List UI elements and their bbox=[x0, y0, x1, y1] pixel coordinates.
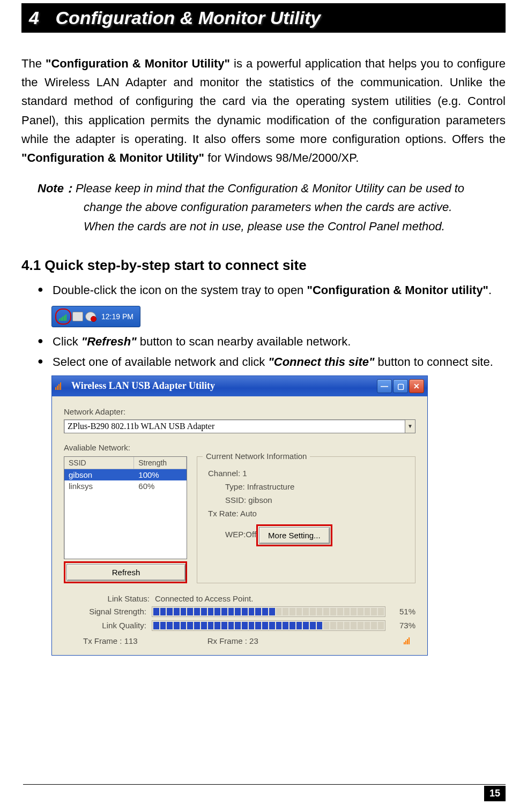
titlebar[interactable]: Wireless LAN USB Adapter Utility ― ▢ ✕ bbox=[52, 376, 427, 396]
link-quality-label: Link Quality: bbox=[64, 621, 152, 630]
bullet3-tail: button to connect site. bbox=[374, 355, 493, 369]
link-status-label: Link Status: bbox=[64, 594, 155, 603]
ssid-label: SSID: bbox=[225, 495, 248, 505]
available-network-label: Avaliable Network: bbox=[64, 443, 415, 452]
system-tray: 12:19 PM bbox=[51, 306, 140, 327]
bullet2-tail: button to scan nearby available network. bbox=[137, 335, 351, 348]
page-footer: 15 bbox=[484, 784, 506, 801]
shield-icon[interactable] bbox=[72, 312, 83, 321]
bullet-1: Double-click the icon on the system tray… bbox=[38, 281, 506, 299]
chapter-title: Configuration & Monitor Utility bbox=[41, 7, 321, 28]
utility-tray-icon[interactable] bbox=[55, 309, 71, 325]
section-4-1-heading: 4.1 Quick step-by-step start to connect … bbox=[21, 257, 506, 274]
network-adapter-value: ZPlus-B290 802.11b WLAN USB Adapter bbox=[64, 422, 405, 431]
signal-strength-bar bbox=[152, 606, 385, 617]
type-value: Infrastructure bbox=[247, 482, 294, 491]
bullet1-text: Double-click the icon on the system tray… bbox=[53, 283, 307, 297]
wep-value: Off bbox=[246, 530, 256, 539]
chapter-header: 4 Configuration & Monitor Utility bbox=[21, 3, 506, 33]
rx-frame-value: 23 bbox=[249, 636, 258, 645]
intro-post: for Windows 98/Me/2000/XP. bbox=[204, 151, 359, 164]
more-setting-highlight: More Setting... bbox=[256, 524, 332, 546]
bullet2-bold: "Refresh" bbox=[81, 335, 137, 348]
chapter-number: 4 bbox=[29, 7, 39, 28]
utility-window: Wireless LAN USB Adapter Utility ― ▢ ✕ N… bbox=[51, 375, 428, 656]
ssid-value: gibson bbox=[248, 495, 272, 505]
channel-label: Channel: bbox=[208, 469, 242, 478]
wep-label: WEP: bbox=[225, 530, 246, 539]
network-strength: 100% bbox=[134, 469, 187, 480]
intro-pre: The bbox=[21, 57, 46, 70]
network-row[interactable]: gibson100% bbox=[64, 469, 187, 480]
network-error-icon[interactable] bbox=[85, 312, 96, 321]
network-ssid: gibson bbox=[64, 469, 134, 480]
intro-bold2: "Configuration & Monitor Utility" bbox=[21, 151, 204, 164]
signal-strength-label: Signal Strength: bbox=[64, 607, 152, 616]
maximize-button[interactable]: ▢ bbox=[393, 379, 408, 393]
note-block: Note：Please keep in mind that the Config… bbox=[38, 179, 506, 236]
intro-paragraph: The "Configuration & Monitor Utility" is… bbox=[21, 54, 506, 167]
bullet3-text: Select one of available network and clic… bbox=[53, 355, 268, 369]
link-quality-pct: 73% bbox=[385, 621, 415, 630]
window-client-area: Network Adapter: ZPlus-B290 802.11b WLAN… bbox=[52, 396, 427, 655]
network-strength: 60% bbox=[134, 480, 187, 492]
bullet3-bold: "Connect this site" bbox=[268, 355, 374, 369]
txrate-label: Tx Rate: bbox=[208, 509, 240, 518]
page-number: 15 bbox=[484, 786, 506, 801]
network-ssid: linksys bbox=[64, 480, 134, 492]
refresh-button[interactable]: Refresh bbox=[66, 564, 185, 581]
tray-clock: 12:19 PM bbox=[101, 312, 133, 321]
signal-strength-pct: 51% bbox=[385, 607, 415, 616]
signal-icon bbox=[404, 637, 412, 644]
col-ssid-header[interactable]: SSID bbox=[64, 457, 134, 469]
txrate-value: Auto bbox=[240, 509, 257, 518]
chevron-down-icon[interactable]: ▼ bbox=[405, 420, 415, 433]
info-group-title: Current Network Information bbox=[203, 452, 310, 461]
network-adapter-combo[interactable]: ZPlus-B290 802.11b WLAN USB Adapter ▼ bbox=[64, 419, 415, 433]
col-strength-header[interactable]: Strength bbox=[134, 457, 187, 469]
rx-frame-label: Rx Frame : bbox=[207, 636, 249, 645]
refresh-highlight: Refresh bbox=[64, 561, 187, 583]
tx-frame-value: 113 bbox=[124, 636, 138, 645]
channel-value: 1 bbox=[242, 469, 247, 478]
bullet-3: Select one of available network and clic… bbox=[38, 353, 506, 371]
available-network-list[interactable]: SSID Strength gibson100%linksys60% bbox=[64, 456, 187, 559]
intro-bold1: "Configuration & Monitor Utility" bbox=[46, 57, 230, 70]
network-row[interactable]: linksys60% bbox=[64, 480, 187, 492]
note-label: Note： bbox=[38, 182, 76, 195]
minimize-button[interactable]: ― bbox=[377, 379, 392, 393]
network-adapter-label: Network Adapter: bbox=[64, 407, 415, 416]
bullet1-tail: . bbox=[488, 283, 492, 297]
type-label: Type: bbox=[225, 482, 247, 491]
link-quality-bar bbox=[152, 620, 385, 631]
current-network-info-group: Current Network Information Channel: 1 T… bbox=[197, 456, 415, 583]
close-button[interactable]: ✕ bbox=[409, 379, 424, 393]
note-line2: change the above configuration parameter… bbox=[84, 198, 506, 216]
tx-frame-label: Tx Frame : bbox=[83, 636, 124, 645]
more-setting-button[interactable]: More Setting... bbox=[259, 527, 330, 544]
app-icon bbox=[55, 381, 66, 391]
window-title: Wireless LAN USB Adapter Utility bbox=[71, 380, 215, 392]
link-status-value: Connected to Access Point. bbox=[155, 594, 415, 603]
bullet-2: Click "Refresh" button to scan nearby av… bbox=[38, 333, 506, 351]
note-line1: Please keep in mind that the Configurati… bbox=[76, 182, 464, 195]
bullet2-text: Click bbox=[53, 335, 81, 348]
bullet1-bold: "Configuration & Monitor utility" bbox=[307, 283, 488, 297]
note-line3: When the cards are not in use, please us… bbox=[84, 217, 506, 236]
